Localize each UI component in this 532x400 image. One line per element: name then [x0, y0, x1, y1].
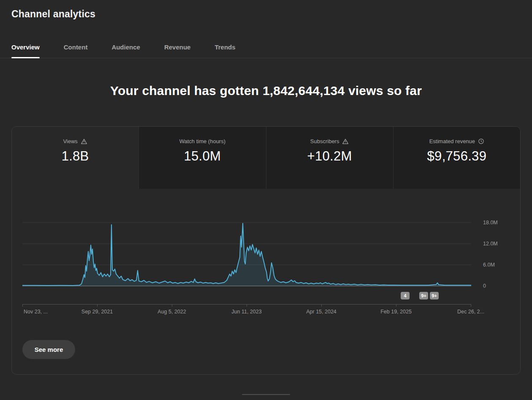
- page-header: Channel analytics: [0, 0, 532, 20]
- metric-tab-estimated-revenue[interactable]: Estimated revenue $9,756.39: [393, 127, 520, 189]
- y-axis-label: 6.0M: [483, 261, 495, 268]
- x-axis-label: Apr 15, 2024: [306, 309, 337, 315]
- analytics-nav-tabs: Overview Content Audience Revenue Trends: [0, 44, 532, 58]
- video-marker-badge[interactable]: 9+: [430, 292, 439, 299]
- x-axis-label: Aug 5, 2022: [157, 309, 186, 315]
- x-axis-label: Dec 26, 2...: [457, 309, 484, 315]
- x-axis-tick: [321, 304, 322, 307]
- analytics-card: Views 1.8B Watch time (hours) 15.0M Subs…: [11, 126, 521, 375]
- views-chart: 18.0M 12.0M 6.0M 0 4 9+ 9+ Nov 23, ... S…: [12, 189, 520, 340]
- page-title: Channel analytics: [11, 8, 521, 20]
- x-axis-label: Feb 19, 2025: [380, 309, 412, 315]
- x-axis-tick: [97, 304, 98, 307]
- see-more-button[interactable]: See more: [22, 340, 75, 359]
- x-axis-label: Nov 23, ...: [24, 309, 48, 315]
- metric-label: Estimated revenue: [429, 138, 475, 144]
- x-axis-label: Jun 11, 2023: [231, 309, 261, 315]
- views-headline: Your channel has gotten 1,842,644,134 vi…: [0, 84, 532, 98]
- metric-tabs: Views 1.8B Watch time (hours) 15.0M Subs…: [12, 127, 520, 189]
- metric-label: Subscribers: [310, 138, 339, 144]
- tab-trends[interactable]: Trends: [214, 44, 235, 58]
- tab-audience[interactable]: Audience: [111, 44, 140, 58]
- x-axis-label: Sep 29, 2021: [81, 309, 113, 315]
- y-axis-label: 18.0M: [483, 219, 498, 226]
- views-chart-svg[interactable]: [22, 214, 471, 294]
- metric-tab-subscribers[interactable]: Subscribers +10.2M: [266, 127, 393, 189]
- video-marker-badge[interactable]: 9+: [419, 292, 428, 299]
- metric-value-watch-time: 15.0M: [139, 149, 266, 164]
- next-card-peek: [242, 394, 290, 395]
- metric-value-revenue: $9,756.39: [394, 149, 520, 164]
- metric-label: Views: [63, 138, 77, 144]
- warning-icon: [342, 138, 349, 145]
- y-axis-label: 0: [483, 283, 486, 289]
- tab-revenue[interactable]: Revenue: [164, 44, 191, 58]
- x-axis-tick: [247, 304, 247, 307]
- y-axis-label: 12.0M: [483, 240, 498, 247]
- tab-content[interactable]: Content: [64, 44, 88, 58]
- x-axis-tick: [172, 304, 172, 307]
- metric-value-views: 1.8B: [12, 149, 138, 164]
- metric-tab-views[interactable]: Views 1.8B: [12, 127, 138, 189]
- x-axis-tick: [396, 304, 396, 307]
- clock-icon: [478, 138, 484, 144]
- metric-label: Watch time (hours): [179, 138, 225, 144]
- x-axis-tick: [22, 304, 23, 307]
- tab-overview[interactable]: Overview: [11, 44, 40, 58]
- video-marker-badge[interactable]: 4: [401, 292, 410, 299]
- metric-tab-watch-time[interactable]: Watch time (hours) 15.0M: [138, 127, 266, 189]
- warning-icon: [81, 138, 87, 145]
- x-axis-tick: [471, 304, 471, 307]
- metric-value-subscribers: +10.2M: [266, 149, 393, 164]
